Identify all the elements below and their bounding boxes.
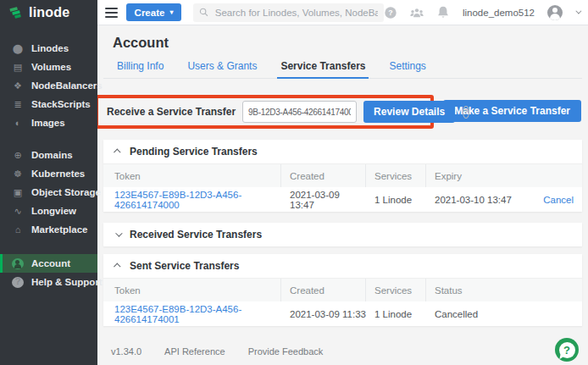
status-cell: Cancelled — [426, 309, 574, 319]
sidebar-item-stackscripts[interactable]: ≣ StackScripts — [0, 95, 97, 113]
sidebar-item-images[interactable]: ◐ Images — [0, 113, 97, 132]
domains-icon: ⊕ — [12, 151, 24, 160]
marketplace-icon: ⌂ — [12, 225, 24, 235]
help-circle-icon[interactable]: ? — [384, 6, 397, 19]
table-row: 123E4567-E89B-12D3-A456-426614174001 202… — [103, 301, 582, 326]
username[interactable]: linode_demo512 — [463, 8, 535, 18]
chevron-down-icon: ▾ — [169, 8, 173, 16]
column-header-token: Token — [114, 164, 281, 187]
sidebar-item-label: Help & Support — [31, 277, 103, 287]
sidebar-item-longview[interactable]: ∿ Longview — [0, 202, 97, 220]
search-input[interactable] — [215, 8, 378, 18]
question-mark-icon: ? — [555, 338, 579, 362]
sidebar-item-nodebalancers[interactable]: ❖ NodeBalancers — [0, 76, 97, 95]
chevron-up-icon — [114, 148, 120, 155]
sent-section-header[interactable]: Sent Service Transfers — [103, 254, 582, 278]
sidebar: linode ⬤ Linodes ▤ Volumes ❖ NodeBalance… — [0, 0, 97, 365]
tab-service-transfers[interactable]: Service Transfers — [277, 60, 369, 79]
notifications-bell-icon[interactable] — [436, 6, 450, 19]
longview-icon: ∿ — [12, 207, 24, 216]
created-cell: 2021-03-09 11:33 — [281, 309, 366, 319]
token-link[interactable]: 123E4567-E89B-12D3-A456-426614174000 — [114, 190, 241, 210]
search-bar[interactable] — [193, 3, 384, 22]
sidebar-item-label: Domains — [31, 150, 73, 160]
logo-text: linode — [29, 5, 69, 20]
main-content: Account Billing Info Users & Grants Serv… — [97, 25, 588, 365]
column-header-status: Status — [426, 279, 574, 301]
pending-table-header: Token Created Services Expiry — [103, 163, 582, 187]
column-header-services: Services — [366, 164, 426, 187]
sidebar-item-label: StackScripts — [31, 99, 91, 109]
sidebar-item-kubernetes[interactable]: ☸ Kubernetes — [0, 164, 97, 183]
chevron-down-icon — [115, 230, 122, 236]
footer: v1.34.0 API Reference Provide Feedback — [111, 346, 323, 357]
create-button-label: Create — [135, 8, 165, 18]
sent-transfers-card: Sent Service Transfers Token Created Ser… — [103, 254, 582, 326]
received-transfers-card: Received Service Transfers — [103, 223, 582, 246]
section-title: Pending Service Transfers — [130, 146, 258, 158]
svg-text:?: ? — [388, 8, 392, 17]
nav-section-divider — [0, 239, 97, 254]
community-icon[interactable] — [410, 6, 424, 19]
create-button[interactable]: Create ▾ — [126, 3, 182, 21]
sidebar-item-label: Kubernetes — [31, 169, 85, 179]
chevron-down-icon[interactable] — [575, 8, 581, 14]
transfer-actions-section: Receive a Service Transfer Review Detail… — [97, 79, 588, 140]
images-icon: ◐ — [12, 119, 24, 128]
version-label: v1.34.0 — [111, 346, 141, 357]
tab-settings[interactable]: Settings — [386, 60, 429, 78]
sidebar-item-help-support[interactable]: ? Help & Support — [0, 273, 97, 291]
cancel-link[interactable]: Cancel — [543, 195, 574, 205]
services-cell: 1 Linode — [366, 195, 426, 205]
column-header-services: Services — [366, 279, 426, 301]
tab-billing-info[interactable]: Billing Info — [114, 60, 167, 78]
services-cell: 1 Linode — [366, 309, 426, 319]
table-row: 123E4567-E89B-12D3-A456-426614174000 202… — [103, 187, 582, 212]
search-icon — [199, 7, 208, 18]
topbar: Create ▾ ? linode_demo512 — [97, 0, 588, 25]
sidebar-item-object-storage[interactable]: ▣ Object Storage — [0, 183, 97, 202]
help-chat-bubble-button[interactable]: ? — [555, 338, 579, 362]
sent-table-header: Token Created Services Status — [103, 278, 582, 301]
received-section-header[interactable]: Received Service Transfers — [103, 223, 582, 246]
sidebar-item-label: Volumes — [31, 62, 71, 72]
avatar[interactable] — [547, 5, 563, 20]
sidebar-item-label: Longview — [31, 206, 76, 216]
nav-section-divider — [0, 132, 97, 146]
sidebar-item-linodes[interactable]: ⬤ Linodes — [0, 39, 97, 58]
sidebar-item-marketplace[interactable]: ⌂ Marketplace — [0, 220, 97, 239]
pending-section-header[interactable]: Pending Service Transfers — [103, 140, 582, 163]
section-title: Sent Service Transfers — [130, 260, 239, 272]
help-icon: ? — [12, 277, 24, 288]
sidebar-item-label: Images — [31, 118, 65, 128]
hamburger-menu-icon[interactable] — [105, 5, 118, 20]
linode-logo-icon — [8, 5, 24, 20]
sidebar-nav: ⬤ Linodes ▤ Volumes ❖ NodeBalancers ≣ St… — [0, 25, 97, 291]
kubernetes-icon: ☸ — [12, 169, 24, 179]
sidebar-item-volumes[interactable]: ▤ Volumes — [0, 58, 97, 76]
linodes-icon: ⬤ — [12, 44, 24, 53]
section-title: Received Service Transfers — [130, 229, 262, 241]
provide-feedback-link[interactable]: Provide Feedback — [248, 346, 324, 357]
sidebar-item-account[interactable]: Account — [0, 254, 97, 273]
tab-bar: Billing Info Users & Grants Service Tran… — [103, 60, 582, 79]
chevron-up-icon — [114, 263, 120, 269]
linode-logo[interactable]: linode — [0, 0, 97, 25]
api-reference-link[interactable]: API Reference — [164, 346, 225, 357]
created-cell: 2021-03-09 13:47 — [281, 190, 366, 210]
sidebar-item-domains[interactable]: ⊕ Domains — [0, 146, 97, 164]
tooltip-question-icon[interactable]: ? — [463, 106, 469, 119]
sidebar-item-label: Linodes — [31, 43, 69, 53]
column-header-token: Token — [114, 279, 281, 301]
token-link[interactable]: 123E4567-E89B-12D3-A456-426614174001 — [114, 304, 241, 324]
nodebalancers-icon: ❖ — [12, 81, 24, 91]
pending-transfers-card: Pending Service Transfers Token Created … — [103, 140, 582, 212]
column-header-action — [574, 164, 582, 187]
expiry-cell: 2021-03-10 13:47 — [426, 195, 535, 205]
sidebar-item-label: Account — [31, 258, 70, 268]
column-header-created: Created — [281, 164, 366, 187]
column-header-expiry: Expiry — [426, 164, 574, 187]
transfer-token-input[interactable] — [242, 101, 357, 123]
review-details-button[interactable]: Review Details — [363, 101, 455, 123]
tab-users-grants[interactable]: Users & Grants — [184, 60, 260, 78]
